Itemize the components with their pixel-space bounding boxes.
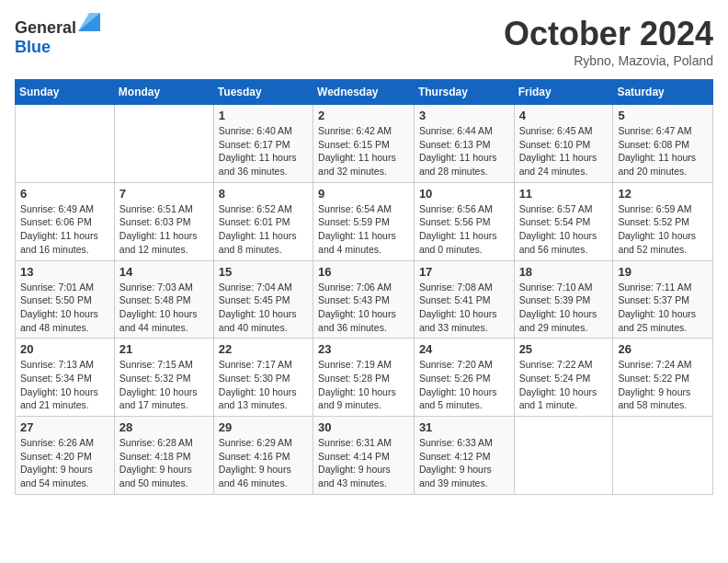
day-info: Sunrise: 6:33 AM Sunset: 4:12 PM Dayligh… <box>419 436 509 490</box>
day-info: Sunrise: 7:20 AM Sunset: 5:26 PM Dayligh… <box>419 358 509 412</box>
day-info: Sunrise: 7:11 AM Sunset: 5:37 PM Dayligh… <box>618 281 708 335</box>
day-of-week-header: Saturday <box>613 80 713 105</box>
calendar-day-cell: 15Sunrise: 7:04 AM Sunset: 5:45 PM Dayli… <box>213 260 313 339</box>
calendar-day-cell <box>114 105 213 183</box>
day-info: Sunrise: 6:42 AM Sunset: 6:15 PM Dayligh… <box>318 124 409 178</box>
calendar-day-cell: 16Sunrise: 7:06 AM Sunset: 5:43 PM Dayli… <box>313 260 415 339</box>
day-info: Sunrise: 6:52 AM Sunset: 6:01 PM Dayligh… <box>219 202 308 257</box>
day-info: Sunrise: 7:06 AM Sunset: 5:43 PM Dayligh… <box>318 281 409 335</box>
calendar-day-cell <box>514 417 613 495</box>
day-info: Sunrise: 6:28 AM Sunset: 4:18 PM Dayligh… <box>119 436 209 490</box>
day-number: 15 <box>219 265 308 279</box>
calendar-day-cell: 9Sunrise: 6:54 AM Sunset: 5:59 PM Daylig… <box>313 182 415 260</box>
day-number: 7 <box>119 187 209 201</box>
calendar-day-cell: 8Sunrise: 6:52 AM Sunset: 6:01 PM Daylig… <box>213 182 313 260</box>
calendar-day-cell: 5Sunrise: 6:47 AM Sunset: 6:08 PM Daylig… <box>613 105 713 183</box>
day-info: Sunrise: 6:49 AM Sunset: 6:06 PM Dayligh… <box>20 202 109 257</box>
day-info: Sunrise: 7:01 AM Sunset: 5:50 PM Dayligh… <box>20 281 109 335</box>
day-info: Sunrise: 6:31 AM Sunset: 4:14 PM Dayligh… <box>318 436 409 490</box>
day-number: 2 <box>318 109 409 122</box>
calendar-day-cell <box>613 417 713 495</box>
day-number: 30 <box>318 420 409 434</box>
calendar-day-cell: 22Sunrise: 7:17 AM Sunset: 5:30 PM Dayli… <box>213 339 313 417</box>
day-number: 1 <box>219 109 308 122</box>
calendar-day-cell: 25Sunrise: 7:22 AM Sunset: 5:24 PM Dayli… <box>514 339 613 417</box>
calendar-day-cell: 18Sunrise: 7:10 AM Sunset: 5:39 PM Dayli… <box>514 260 613 339</box>
day-info: Sunrise: 6:51 AM Sunset: 6:03 PM Dayligh… <box>119 202 209 257</box>
day-of-week-header: Wednesday <box>313 80 415 105</box>
day-number: 4 <box>519 109 609 122</box>
calendar-day-cell: 6Sunrise: 6:49 AM Sunset: 6:06 PM Daylig… <box>16 182 115 260</box>
day-number: 28 <box>119 420 209 434</box>
calendar-day-cell: 31Sunrise: 6:33 AM Sunset: 4:12 PM Dayli… <box>414 417 514 495</box>
day-info: Sunrise: 6:45 AM Sunset: 6:10 PM Dayligh… <box>519 124 609 178</box>
logo: General Blue <box>15 15 100 57</box>
day-number: 14 <box>119 265 209 279</box>
day-info: Sunrise: 7:15 AM Sunset: 5:32 PM Dayligh… <box>119 358 209 412</box>
calendar-day-cell: 4Sunrise: 6:45 AM Sunset: 6:10 PM Daylig… <box>514 105 613 183</box>
day-number: 9 <box>318 187 409 201</box>
calendar-day-cell: 13Sunrise: 7:01 AM Sunset: 5:50 PM Dayli… <box>16 260 115 339</box>
calendar-day-cell: 1Sunrise: 6:40 AM Sunset: 6:17 PM Daylig… <box>213 105 313 183</box>
day-info: Sunrise: 6:47 AM Sunset: 6:08 PM Dayligh… <box>618 124 708 178</box>
calendar-day-cell: 23Sunrise: 7:19 AM Sunset: 5:28 PM Dayli… <box>313 339 415 417</box>
calendar-day-cell: 19Sunrise: 7:11 AM Sunset: 5:37 PM Dayli… <box>613 260 713 339</box>
page-header: General Blue October 2024 Rybno, Mazovia… <box>15 15 713 68</box>
calendar-day-cell: 2Sunrise: 6:42 AM Sunset: 6:15 PM Daylig… <box>313 105 415 183</box>
day-number: 18 <box>519 265 609 279</box>
day-of-week-header: Monday <box>114 80 213 105</box>
day-of-week-header: Thursday <box>414 80 514 105</box>
calendar-day-cell: 20Sunrise: 7:13 AM Sunset: 5:34 PM Dayli… <box>16 339 115 417</box>
calendar-day-cell: 3Sunrise: 6:44 AM Sunset: 6:13 PM Daylig… <box>414 105 514 183</box>
day-info: Sunrise: 7:22 AM Sunset: 5:24 PM Dayligh… <box>519 358 609 412</box>
calendar-day-cell: 14Sunrise: 7:03 AM Sunset: 5:48 PM Dayli… <box>114 260 213 339</box>
calendar-header-row: SundayMondayTuesdayWednesdayThursdayFrid… <box>16 80 713 105</box>
day-number: 13 <box>20 265 109 279</box>
day-number: 20 <box>20 342 109 356</box>
location-title: Rybno, Mazovia, Poland <box>504 53 713 68</box>
calendar-week-row: 20Sunrise: 7:13 AM Sunset: 5:34 PM Dayli… <box>16 339 713 417</box>
day-number: 25 <box>519 342 609 356</box>
calendar-day-cell: 24Sunrise: 7:20 AM Sunset: 5:26 PM Dayli… <box>414 339 514 417</box>
day-info: Sunrise: 7:17 AM Sunset: 5:30 PM Dayligh… <box>219 358 308 412</box>
day-info: Sunrise: 7:08 AM Sunset: 5:41 PM Dayligh… <box>419 281 509 335</box>
day-info: Sunrise: 6:54 AM Sunset: 5:59 PM Dayligh… <box>318 202 409 257</box>
calendar-day-cell: 27Sunrise: 6:26 AM Sunset: 4:20 PM Dayli… <box>16 417 115 495</box>
day-number: 6 <box>20 187 109 201</box>
day-info: Sunrise: 7:19 AM Sunset: 5:28 PM Dayligh… <box>318 358 409 412</box>
day-number: 5 <box>618 109 708 122</box>
day-of-week-header: Tuesday <box>213 80 313 105</box>
day-info: Sunrise: 7:24 AM Sunset: 5:22 PM Dayligh… <box>618 358 708 412</box>
calendar-week-row: 1Sunrise: 6:40 AM Sunset: 6:17 PM Daylig… <box>16 105 713 183</box>
calendar-day-cell: 28Sunrise: 6:28 AM Sunset: 4:18 PM Dayli… <box>114 417 213 495</box>
day-info: Sunrise: 7:03 AM Sunset: 5:48 PM Dayligh… <box>119 281 209 335</box>
month-title: October 2024 <box>504 15 713 53</box>
calendar-day-cell: 21Sunrise: 7:15 AM Sunset: 5:32 PM Dayli… <box>114 339 213 417</box>
calendar-day-cell: 29Sunrise: 6:29 AM Sunset: 4:16 PM Dayli… <box>213 417 313 495</box>
calendar-day-cell: 30Sunrise: 6:31 AM Sunset: 4:14 PM Dayli… <box>313 417 415 495</box>
calendar-day-cell: 7Sunrise: 6:51 AM Sunset: 6:03 PM Daylig… <box>114 182 213 260</box>
calendar-table: SundayMondayTuesdayWednesdayThursdayFrid… <box>15 79 713 495</box>
logo-general: General <box>15 18 76 37</box>
day-info: Sunrise: 6:57 AM Sunset: 5:54 PM Dayligh… <box>519 202 609 257</box>
day-number: 29 <box>219 420 308 434</box>
calendar-week-row: 27Sunrise: 6:26 AM Sunset: 4:20 PM Dayli… <box>16 417 713 495</box>
day-info: Sunrise: 6:40 AM Sunset: 6:17 PM Dayligh… <box>219 124 308 178</box>
day-number: 11 <box>519 187 609 201</box>
day-number: 26 <box>618 342 708 356</box>
day-info: Sunrise: 6:56 AM Sunset: 5:56 PM Dayligh… <box>419 202 509 257</box>
day-info: Sunrise: 6:29 AM Sunset: 4:16 PM Dayligh… <box>219 436 308 490</box>
day-number: 22 <box>219 342 308 356</box>
day-info: Sunrise: 7:13 AM Sunset: 5:34 PM Dayligh… <box>20 358 109 412</box>
title-section: October 2024 Rybno, Mazovia, Poland <box>504 15 713 68</box>
day-info: Sunrise: 6:26 AM Sunset: 4:20 PM Dayligh… <box>20 436 109 490</box>
day-of-week-header: Sunday <box>16 80 115 105</box>
day-number: 23 <box>318 342 409 356</box>
day-number: 24 <box>419 342 509 356</box>
day-number: 27 <box>20 420 109 434</box>
day-number: 19 <box>618 265 708 279</box>
day-of-week-header: Friday <box>514 80 613 105</box>
calendar-week-row: 6Sunrise: 6:49 AM Sunset: 6:06 PM Daylig… <box>16 182 713 260</box>
day-info: Sunrise: 6:59 AM Sunset: 5:52 PM Dayligh… <box>618 202 708 257</box>
day-number: 16 <box>318 265 409 279</box>
